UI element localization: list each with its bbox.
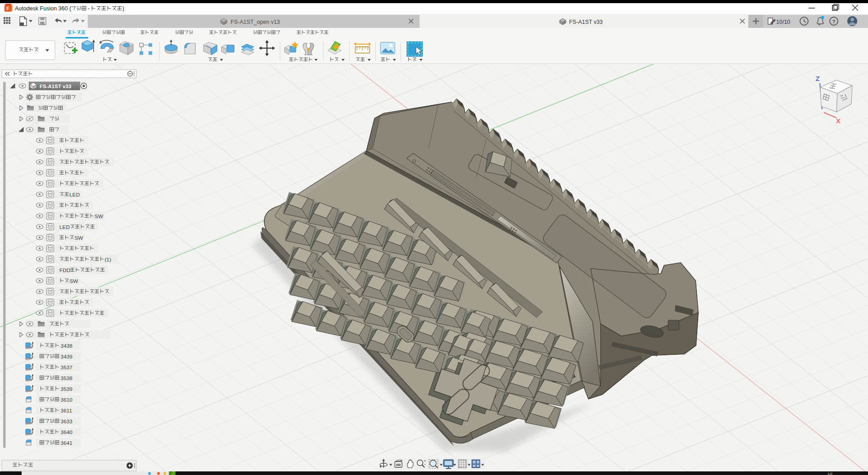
svg-text:10/10: 10/10 <box>776 19 790 25</box>
svg-text:?: ? <box>832 19 835 24</box>
svg-text:Z: Z <box>815 75 819 82</box>
svg-text:3640: 3640 <box>61 429 73 435</box>
svg-text:-: - <box>424 462 425 466</box>
svg-text:SW: SW <box>75 235 84 241</box>
svg-text:FS-A1ST v33: FS-A1ST v33 <box>569 19 603 25</box>
svg-text:3610: 3610 <box>61 397 73 403</box>
svg-text:3439: 3439 <box>61 354 72 360</box>
svg-text:X: X <box>836 117 841 125</box>
svg-text:1/2: 1/2 <box>827 472 833 475</box>
svg-text:): ) <box>122 5 124 12</box>
svg-text:3633: 3633 <box>61 418 73 425</box>
svg-text:LED: LED <box>59 224 70 230</box>
svg-text:3537: 3537 <box>61 364 72 371</box>
svg-text:3438: 3438 <box>61 343 73 349</box>
svg-text:3611: 3611 <box>61 408 72 414</box>
svg-text:LED: LED <box>69 192 80 198</box>
svg-text:-: - <box>88 5 90 12</box>
svg-text:3539: 3539 <box>61 386 72 392</box>
svg-text:FS-A1ST v33: FS-A1ST v33 <box>40 84 71 89</box>
svg-text:FDD: FDD <box>59 267 70 273</box>
svg-text:3641: 3641 <box>61 440 72 446</box>
svg-text:F: F <box>6 6 9 11</box>
svg-text:SW: SW <box>95 213 104 220</box>
svg-text:Autodesk Fusion 360 (: Autodesk Fusion 360 ( <box>15 5 72 12</box>
svg-text:SW: SW <box>69 278 78 284</box>
svg-text:(1): (1) <box>104 256 111 263</box>
svg-text:3538: 3538 <box>61 375 73 381</box>
svg-text:FS-A1ST_open v13: FS-A1ST_open v13 <box>231 19 280 25</box>
